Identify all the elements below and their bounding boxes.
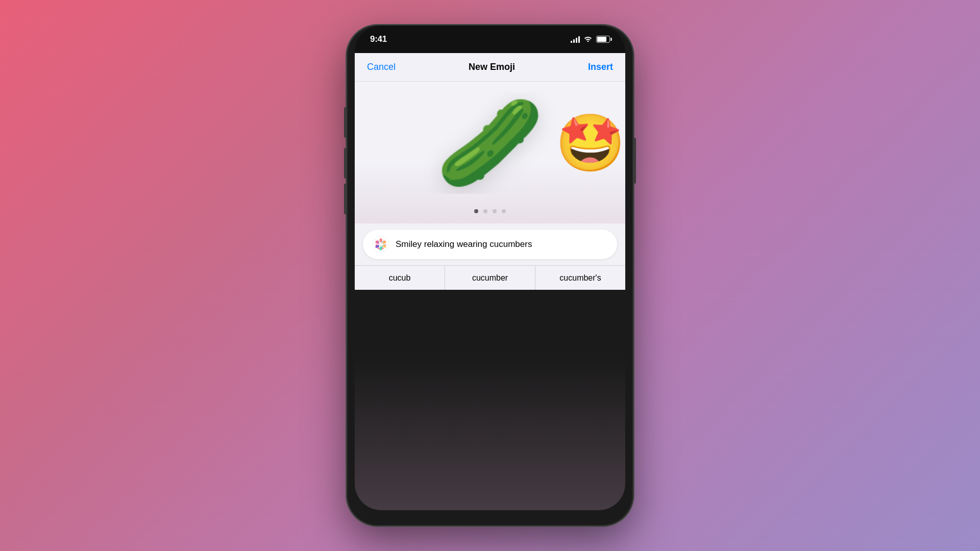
page-dots: [474, 209, 506, 213]
signal-bars-icon: [571, 36, 580, 43]
svg-point-4: [380, 238, 382, 242]
svg-point-10: [379, 243, 382, 246]
page-dot-1[interactable]: [474, 209, 478, 213]
page-dot-2[interactable]: [483, 209, 487, 213]
apple-intelligence-icon: [372, 236, 389, 253]
status-bar: 9:41: [355, 26, 625, 53]
phone-content: Cancel New Emoji Insert 🥒🤩: [355, 53, 625, 290]
wifi-icon: [584, 35, 592, 43]
autocomplete-cucumbers[interactable]: cucumber's: [535, 266, 625, 290]
autocomplete-bar: cucub cucumber cucumber's: [355, 265, 625, 290]
carousel-area: 🥒🤩: [355, 82, 625, 223]
status-time: 9:41: [370, 34, 387, 44]
nav-title: New Emoji: [469, 62, 515, 72]
svg-point-7: [380, 246, 382, 251]
search-input-wrapper[interactable]: Smiley relaxing wearing cucumbers: [363, 230, 617, 259]
input-area: Smiley relaxing wearing cucumbers: [355, 223, 625, 265]
page-dot-4[interactable]: [502, 209, 506, 213]
status-icons: [571, 35, 610, 43]
phone-screen: 9:41 Cancel New Emoji: [355, 26, 625, 510]
lower-background: [355, 357, 625, 510]
side-emoji-display: 🤩: [555, 110, 625, 176]
cancel-button[interactable]: Cancel: [367, 62, 396, 72]
search-input-text: Smiley relaxing wearing cucumbers: [396, 239, 532, 249]
battery-icon: [596, 36, 610, 43]
dynamic-island: [459, 31, 521, 48]
autocomplete-cucumber[interactable]: cucumber: [445, 266, 535, 290]
nav-bar: Cancel New Emoji Insert: [355, 53, 625, 82]
main-emoji-display: 🥒: [436, 92, 544, 194]
autocomplete-cucub[interactable]: cucub: [355, 266, 445, 290]
phone-device: 9:41 Cancel New Emoji: [347, 26, 633, 525]
emoji-main-container: 🥒🤩: [355, 92, 625, 194]
page-dot-3[interactable]: [493, 209, 497, 213]
insert-button[interactable]: Insert: [588, 62, 613, 72]
